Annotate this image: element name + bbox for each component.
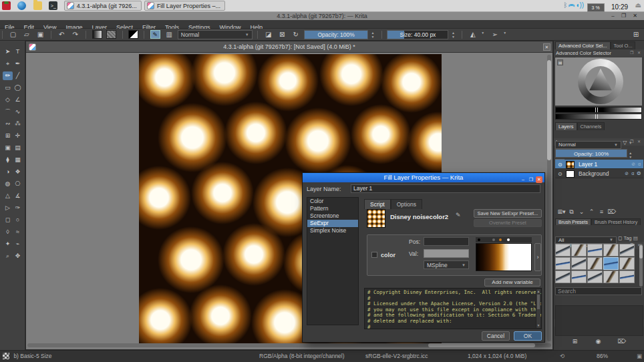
mirror-horizontal-icon[interactable]: ◭ bbox=[468, 29, 478, 40]
gradient-chooser[interactable] bbox=[92, 30, 102, 39]
brush-preset-tile[interactable] bbox=[619, 244, 635, 256]
brush-docker-tab[interactable]: Brush Preset History bbox=[591, 218, 641, 225]
tool-icon[interactable]: ▷ bbox=[3, 204, 13, 212]
generator-list-item[interactable]: Color bbox=[307, 198, 358, 205]
layers-docker-tab[interactable]: Channels bbox=[577, 122, 605, 130]
tool-icon[interactable]: ○ bbox=[13, 216, 23, 224]
script-scrollbar[interactable]: ▲▼ bbox=[536, 289, 540, 328]
cpu-monitor[interactable]: 3 % bbox=[587, 3, 605, 12]
tool-icon[interactable]: ≈ bbox=[13, 228, 23, 236]
dialog-tab[interactable]: Options bbox=[391, 199, 422, 209]
save-new-preset-button[interactable]: Save New SeExpr Preset... bbox=[474, 209, 542, 218]
layer-filter-dropdown[interactable]: ▼ bbox=[629, 141, 633, 145]
brush-filter-combo[interactable]: All▼ bbox=[555, 236, 617, 244]
raspberry-menu-icon[interactable] bbox=[2, 1, 11, 10]
tool-icon[interactable]: ✏ bbox=[3, 71, 13, 80]
tool-icon[interactable]: ⁂ bbox=[13, 120, 23, 128]
layer-name-input[interactable]: Layer 1 bbox=[351, 184, 540, 193]
fg-bg-color-chooser[interactable] bbox=[128, 30, 138, 39]
value-slider-2[interactable] bbox=[555, 114, 642, 120]
workspace-chooser-icon[interactable]: ▥ bbox=[164, 29, 174, 40]
layer-filter-icon[interactable]: ▽ bbox=[623, 140, 627, 146]
cancel-button[interactable]: Cancel bbox=[482, 331, 510, 341]
open-document-icon[interactable]: ▱ bbox=[21, 29, 32, 40]
file-manager-icon[interactable] bbox=[33, 1, 42, 10]
brush-preset-tile[interactable] bbox=[555, 270, 571, 283]
opacity-slider[interactable]: Opacity: 100% bbox=[304, 30, 368, 39]
reload-preset-icon[interactable]: ↻ bbox=[291, 29, 301, 40]
tool-icon[interactable]: △ bbox=[3, 192, 13, 200]
brush-preset-tile[interactable] bbox=[587, 270, 603, 283]
tool-icon[interactable]: ▭ bbox=[3, 83, 13, 92]
gradient-stops-bar[interactable] bbox=[476, 237, 532, 242]
generator-list-item[interactable]: Pattern bbox=[307, 205, 358, 212]
layer-action-button[interactable]: ≡ bbox=[597, 208, 607, 215]
preserve-alpha-icon[interactable]: ⊠ bbox=[277, 29, 287, 40]
browser-icon[interactable] bbox=[17, 1, 26, 10]
layer-action-button[interactable]: ⌃ bbox=[587, 208, 597, 215]
layer-row[interactable]: ⊙Background⊘ α ❂ bbox=[555, 169, 643, 178]
brush-editor-button[interactable]: ✎ bbox=[150, 30, 160, 39]
pos-input[interactable] bbox=[424, 237, 469, 246]
tool-icon[interactable]: ✦ bbox=[3, 240, 13, 248]
docker-tab[interactable]: Tool O... bbox=[611, 41, 636, 49]
dialog-tab[interactable]: Script bbox=[364, 199, 391, 209]
tool-icon[interactable]: ✥ bbox=[13, 252, 23, 260]
tool-icon[interactable]: ◻ bbox=[3, 216, 13, 224]
dialog-minimize-icon[interactable]: – bbox=[520, 176, 526, 183]
tool-icon[interactable]: ╱ bbox=[13, 71, 23, 80]
advanced-color-selector[interactable]: ▤ bbox=[555, 57, 642, 106]
brush-preset-tile[interactable] bbox=[587, 257, 603, 270]
tool-icon[interactable]: ➤ bbox=[3, 47, 13, 56]
tool-icon[interactable]: ◇ bbox=[3, 96, 13, 104]
taskbar-window-button[interactable]: 4.3.1-alpha (git 7926... bbox=[64, 1, 142, 11]
canvas-vscrollbar[interactable] bbox=[547, 55, 551, 341]
layer-action-button[interactable]: ⧉ bbox=[567, 208, 577, 216]
subwindow-close-icon[interactable]: ✕ bbox=[543, 43, 550, 51]
interpolation-combo[interactable]: MSpline▼ bbox=[424, 260, 469, 269]
redo-icon[interactable]: ↷ bbox=[70, 29, 81, 40]
layer-action-button[interactable]: ⌄ bbox=[577, 208, 587, 215]
wrap-around-icon[interactable]: ⊞ bbox=[631, 29, 641, 40]
tool-icon[interactable]: ◊ bbox=[3, 228, 13, 236]
blending-mode-combo[interactable]: Normal▼ bbox=[178, 30, 253, 39]
tool-icon[interactable]: T bbox=[13, 47, 23, 56]
pattern-chooser[interactable] bbox=[106, 30, 116, 39]
brush-docker-tab[interactable]: Brush Presets bbox=[555, 218, 591, 225]
brush-preset-tile[interactable] bbox=[603, 257, 619, 270]
profile-label[interactable]: sRGB-elle-V2-srgbtrc.icc bbox=[365, 351, 428, 362]
snapshot-action-button[interactable]: ⊞ bbox=[570, 338, 580, 345]
layer-flags-icons[interactable]: ⊘ α ❂ bbox=[625, 169, 641, 178]
mirror-vertical-icon[interactable]: ➢ bbox=[490, 29, 500, 40]
tag-checkbox[interactable]: ◻ Tag bbox=[618, 235, 631, 241]
opacity-spinner[interactable]: ▲▼ bbox=[371, 31, 377, 39]
brush-grid-scrollbar[interactable] bbox=[639, 244, 643, 287]
brush-preset-tile[interactable] bbox=[587, 244, 603, 256]
size-slider[interactable]: Size: 40.00 px bbox=[387, 30, 448, 39]
tool-icon[interactable]: ∾ bbox=[3, 120, 13, 128]
add-variable-button[interactable]: Add new variable bbox=[484, 279, 540, 287]
ok-button[interactable]: OK bbox=[514, 331, 542, 341]
tool-icon[interactable]: ✒ bbox=[13, 59, 23, 68]
tool-icon[interactable]: ◍ bbox=[3, 180, 13, 188]
brush-preset-tile[interactable] bbox=[619, 257, 635, 270]
subwindow-titlebar[interactable]: 4.3.1-alpha (git 79267b7): [Not Saved] (… bbox=[26, 41, 552, 53]
edit-preset-icon[interactable]: ✎ bbox=[456, 212, 461, 218]
tool-icon[interactable]: ✑ bbox=[13, 204, 23, 212]
gradient-preview[interactable] bbox=[476, 243, 532, 271]
window-controls[interactable]: – ❐ ✕ bbox=[611, 12, 640, 20]
tool-icon[interactable]: ❖ bbox=[13, 168, 23, 176]
brush-preset-tile[interactable] bbox=[571, 257, 587, 270]
brush-preset-tile[interactable] bbox=[619, 270, 635, 283]
tool-icon[interactable]: ▣ bbox=[3, 144, 13, 152]
tool-icon[interactable]: ⌁ bbox=[13, 240, 23, 248]
tool-icon[interactable]: ◑ bbox=[3, 168, 13, 176]
docker-float-close-icons[interactable]: ❐ ✕ bbox=[630, 49, 642, 57]
dialog-maximize-icon[interactable]: ❐ bbox=[528, 176, 534, 183]
brush-preset-icon[interactable] bbox=[3, 353, 9, 359]
expand-variable-button[interactable]: › bbox=[534, 243, 541, 271]
brush-preset-tile[interactable] bbox=[571, 270, 587, 283]
snapshot-action-button[interactable]: ◉ bbox=[593, 338, 603, 345]
snapshot-action-button[interactable]: ⌦ bbox=[617, 338, 627, 345]
tool-icon[interactable]: ⧫ bbox=[3, 156, 13, 164]
